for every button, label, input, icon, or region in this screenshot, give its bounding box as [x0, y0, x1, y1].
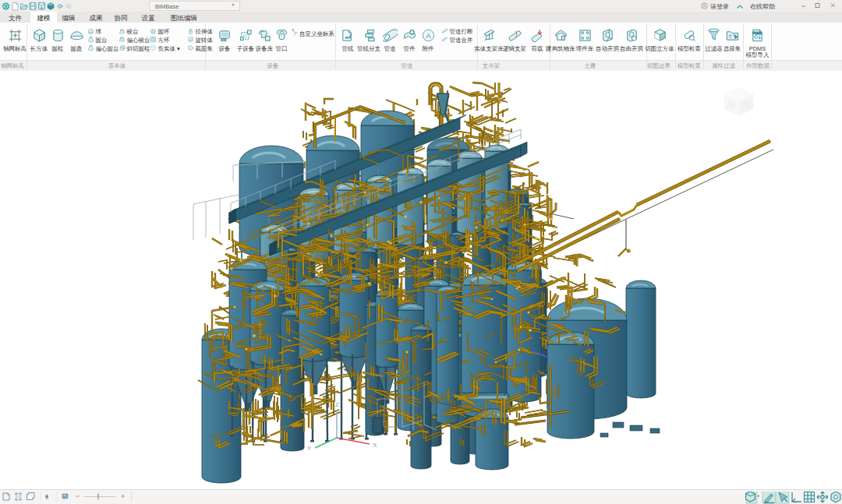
svg-text:X: X [373, 442, 377, 449]
svg-text:A: A [426, 32, 430, 40]
svg-text:Y: Y [307, 445, 312, 452]
svg-text:Z: Z [335, 401, 339, 408]
svg-text:PDMS: PDMS [752, 31, 762, 35]
